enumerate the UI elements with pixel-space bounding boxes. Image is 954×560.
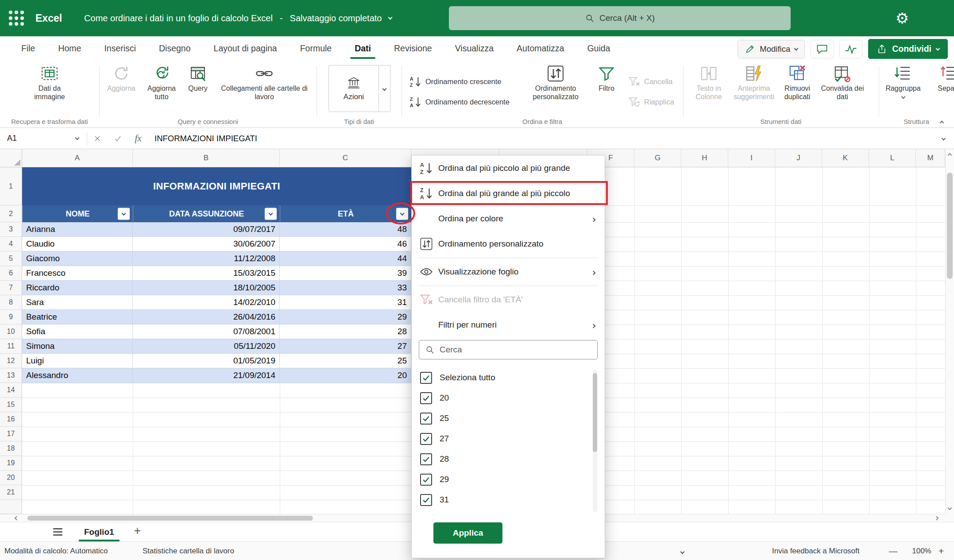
horizontal-scroll-thumb[interactable] xyxy=(27,516,313,521)
cell-nome-riccardo[interactable]: Riccardo xyxy=(22,281,133,295)
filter-value-25[interactable]: 25 xyxy=(412,408,605,429)
feedback-button[interactable]: Invia feedback a Microsoft xyxy=(772,547,859,556)
column-header-h[interactable]: H xyxy=(681,149,728,167)
row-header-7[interactable]: 7 xyxy=(0,281,22,295)
cell-data-assunzione[interactable]: 09/07/2017 xyxy=(133,222,280,237)
filter-value-27[interactable]: 27 xyxy=(412,429,605,449)
checkbox-checked[interactable] xyxy=(420,494,432,506)
cell-nome-alessandro[interactable]: Alessandro xyxy=(22,368,133,383)
row-header-13[interactable]: 13 xyxy=(0,368,22,383)
column-header-b[interactable]: B xyxy=(133,149,280,167)
row-header-12[interactable]: 12 xyxy=(0,354,22,368)
zoom-level[interactable]: 100% xyxy=(907,547,937,556)
status-chevron-down-icon[interactable] xyxy=(681,547,684,556)
row-header-21[interactable]: 21 xyxy=(0,485,22,500)
checkbox-checked[interactable] xyxy=(420,372,432,384)
cell-data-assunzione[interactable]: 30/06/2007 xyxy=(133,237,280,251)
calc-mode-button[interactable]: Modalità di calcolo: Automatico xyxy=(4,547,108,556)
filter-value-29[interactable]: 29 xyxy=(412,469,605,490)
cell-eta[interactable]: 48 xyxy=(280,222,411,237)
menu-item-ordina-dal-pi-piccolo-al-pi-grande[interactable]: AZOrdina dal più piccolo al più grande xyxy=(412,158,605,178)
cell-eta[interactable]: 27 xyxy=(280,339,411,354)
add-sheet-button[interactable]: + xyxy=(131,525,145,539)
filter-value-seleziona-tutto[interactable]: Seleziona tutto xyxy=(412,367,605,388)
scroll-up-icon[interactable] xyxy=(948,153,952,158)
table-column-header-et[interactable]: ETÀ xyxy=(280,205,411,222)
filter-value-28[interactable]: 28 xyxy=(412,449,605,469)
cell-nome-luigi[interactable]: Luigi xyxy=(22,354,133,368)
sheet-tab-foglio1[interactable]: Foglio1 xyxy=(77,522,122,541)
row-header-5[interactable]: 5 xyxy=(0,251,22,266)
cell-eta[interactable]: 46 xyxy=(280,237,411,251)
sheet-list-button[interactable] xyxy=(50,525,65,538)
row-header-4[interactable]: 4 xyxy=(0,237,22,251)
column-header-g[interactable]: G xyxy=(634,149,681,167)
cell-data-assunzione[interactable]: 14/02/2010 xyxy=(133,295,280,310)
cell-nome-arianna[interactable]: Arianna xyxy=(22,222,133,237)
filter-list-scroll-thumb[interactable] xyxy=(593,373,597,452)
row-header-17[interactable]: 17 xyxy=(0,427,22,441)
cell-eta[interactable]: 31 xyxy=(280,295,411,310)
cell-data-assunzione[interactable]: 07/08/2001 xyxy=(133,324,280,339)
cell-data-assunzione[interactable]: 05/11/2020 xyxy=(133,339,280,354)
cell-eta[interactable]: 33 xyxy=(280,281,411,295)
cell-data-assunzione[interactable]: 26/04/2016 xyxy=(133,310,280,324)
row-header-16[interactable]: 16 xyxy=(0,412,22,427)
checkbox-checked[interactable] xyxy=(420,413,432,425)
table-column-header-data-assunzione[interactable]: DATA ASSUNZIONE xyxy=(133,205,280,222)
column-header-a[interactable]: A xyxy=(22,149,133,167)
zoom-in-button[interactable]: + xyxy=(939,546,944,556)
column-header-c[interactable]: C xyxy=(280,149,411,167)
vertical-scroll-thumb[interactable] xyxy=(947,173,953,279)
row-header-3[interactable]: 3 xyxy=(0,222,22,237)
checkbox-checked[interactable] xyxy=(420,474,432,486)
checkbox-checked[interactable] xyxy=(420,453,432,465)
vertical-scrollbar[interactable] xyxy=(945,149,954,514)
row-header-15[interactable]: 15 xyxy=(0,398,22,412)
column-header-j[interactable]: J xyxy=(775,149,822,167)
row-header-11[interactable]: 11 xyxy=(0,339,22,354)
menu-search-input[interactable]: Cerca xyxy=(419,340,598,359)
row-header-9[interactable]: 9 xyxy=(0,310,22,324)
cell-eta[interactable]: 20 xyxy=(280,368,411,383)
cell-nome-francesco[interactable]: Francesco xyxy=(22,266,133,281)
row-header-18[interactable]: 18 xyxy=(0,441,22,456)
row-header-1[interactable]: 1 xyxy=(0,167,22,205)
row-header-8[interactable]: 8 xyxy=(0,295,22,310)
row-header-14[interactable]: 14 xyxy=(0,383,22,398)
cell-nome-claudio[interactable]: Claudio xyxy=(22,237,133,251)
cell-eta[interactable]: 39 xyxy=(280,266,411,281)
scroll-down-icon[interactable] xyxy=(948,506,952,510)
cell-eta[interactable]: 25 xyxy=(280,354,411,368)
select-all-button[interactable] xyxy=(0,149,22,167)
cell-nome-sara[interactable]: Sara xyxy=(22,295,133,310)
row-header-19[interactable]: 19 xyxy=(0,456,22,471)
menu-item-ordina-per-colore[interactable]: Ordina per colore xyxy=(412,209,605,229)
table-column-header-nome[interactable]: NOME xyxy=(22,205,133,222)
column-header-i[interactable]: I xyxy=(728,149,775,167)
apply-button[interactable]: Applica xyxy=(433,522,502,544)
cell-data-assunzione[interactable]: 11/12/2008 xyxy=(133,251,280,266)
menu-item-filtri-per-numeri[interactable]: Filtri per numeri xyxy=(412,315,605,335)
checkbox-checked[interactable] xyxy=(420,433,432,445)
table-title-cell[interactable]: INFORMAZIONI IMPIEGATI xyxy=(22,167,411,205)
cell-nome-beatrice[interactable]: Beatrice xyxy=(22,310,133,324)
menu-item-ordina-dal-pi-grande-al-pi-piccolo[interactable]: ZAOrdina dal più grande al più piccolo xyxy=(412,183,605,204)
cell-data-assunzione[interactable]: 18/10/2005 xyxy=(133,281,280,295)
row-header-20[interactable]: 20 xyxy=(0,471,22,485)
scroll-left-icon[interactable] xyxy=(15,516,19,521)
filter-value-20[interactable]: 20 xyxy=(412,388,605,408)
workbook-stats-button[interactable]: Statistiche cartella di lavoro xyxy=(143,547,234,556)
filter-dropdown-button-nome[interactable] xyxy=(118,208,130,220)
row-header-10[interactable]: 10 xyxy=(0,324,22,339)
column-header-l[interactable]: L xyxy=(869,149,916,167)
menu-item-ordinamento-personalizzato[interactable]: Ordinamento personalizzato xyxy=(412,234,605,254)
cell-nome-giacomo[interactable]: Giacomo xyxy=(22,251,133,266)
cell-data-assunzione[interactable]: 15/03/2015 xyxy=(133,266,280,281)
cell-eta[interactable]: 28 xyxy=(280,324,411,339)
menu-item-visualizzazione-foglio[interactable]: Visualizzazione foglio xyxy=(412,262,605,282)
filter-value-31[interactable]: 31 xyxy=(412,490,605,510)
column-header-m[interactable]: M xyxy=(916,149,945,167)
cell-data-assunzione[interactable]: 01/05/2019 xyxy=(133,354,280,368)
filter-dropdown-button-et[interactable] xyxy=(396,208,408,220)
